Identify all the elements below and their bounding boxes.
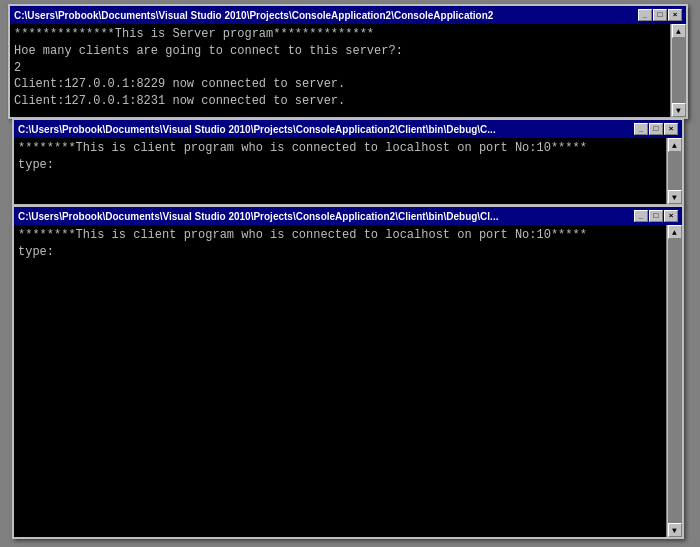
client2-window-buttons: _ □ × <box>634 210 678 222</box>
client1-console-output: ********This is client program who is co… <box>14 138 666 204</box>
client1-scroll-track <box>668 152 682 190</box>
client2-console-output: ********This is client program who is co… <box>14 225 666 537</box>
client2-scroll-track <box>668 239 682 523</box>
client1-console-window: C:\Users\Probook\Documents\Visual Studio… <box>12 118 684 206</box>
client1-content-area: ********This is client program who is co… <box>14 138 682 204</box>
client1-close-button[interactable]: × <box>664 123 678 135</box>
client2-window-title: C:\Users\Probook\Documents\Visual Studio… <box>18 211 630 222</box>
client2-maximize-button[interactable]: □ <box>649 210 663 222</box>
client1-window-buttons: _ □ × <box>634 123 678 135</box>
server-scroll-down[interactable]: ▼ <box>672 103 686 117</box>
client2-console-window: C:\Users\Probook\Documents\Visual Studio… <box>12 205 684 539</box>
client1-title-bar: C:\Users\Probook\Documents\Visual Studio… <box>14 120 682 138</box>
server-close-button[interactable]: × <box>668 9 682 21</box>
server-minimize-button[interactable]: _ <box>638 9 652 21</box>
client2-scroll-down[interactable]: ▼ <box>668 523 682 537</box>
server-console-output: **************This is Server program****… <box>10 24 670 117</box>
client1-scroll-up[interactable]: ▲ <box>668 138 682 152</box>
server-window-title: C:\Users\Probook\Documents\Visual Studio… <box>14 10 634 21</box>
client2-content-area: ********This is client program who is co… <box>14 225 682 537</box>
server-scroll-track <box>672 38 686 103</box>
client2-scrollbar[interactable]: ▲ ▼ <box>666 225 682 537</box>
server-title-bar: C:\Users\Probook\Documents\Visual Studio… <box>10 6 686 24</box>
client2-close-button[interactable]: × <box>664 210 678 222</box>
client1-scroll-down[interactable]: ▼ <box>668 190 682 204</box>
server-console-window: C:\Users\Probook\Documents\Visual Studio… <box>8 4 688 119</box>
server-window-buttons: _ □ × <box>638 9 682 21</box>
server-scroll-up[interactable]: ▲ <box>672 24 686 38</box>
server-maximize-button[interactable]: □ <box>653 9 667 21</box>
client2-title-bar: C:\Users\Probook\Documents\Visual Studio… <box>14 207 682 225</box>
server-content-area: **************This is Server program****… <box>10 24 686 117</box>
client1-window-title: C:\Users\Probook\Documents\Visual Studio… <box>18 124 630 135</box>
client1-minimize-button[interactable]: _ <box>634 123 648 135</box>
server-scrollbar[interactable]: ▲ ▼ <box>670 24 686 117</box>
client1-maximize-button[interactable]: □ <box>649 123 663 135</box>
client1-scrollbar[interactable]: ▲ ▼ <box>666 138 682 204</box>
client2-minimize-button[interactable]: _ <box>634 210 648 222</box>
client2-scroll-up[interactable]: ▲ <box>668 225 682 239</box>
